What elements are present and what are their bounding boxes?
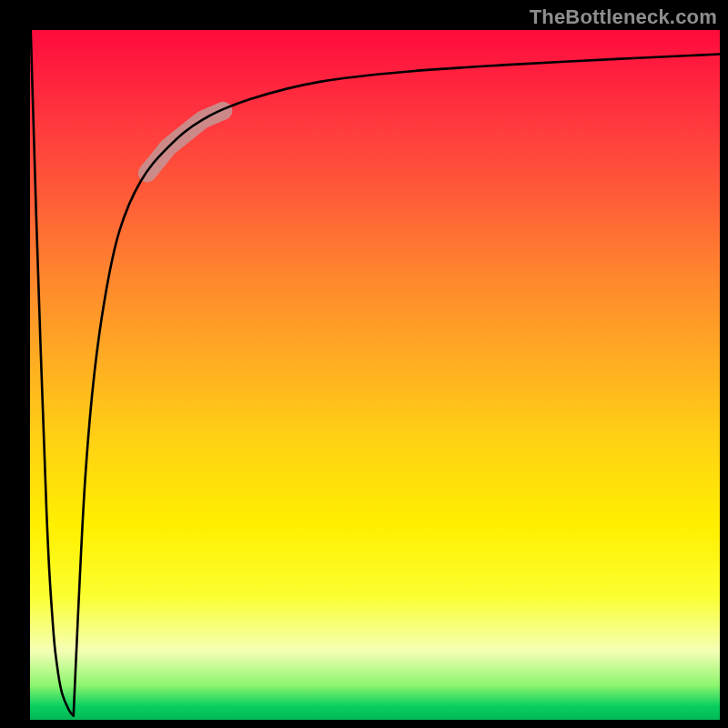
chart-stage: TheBottleneck.com bbox=[0, 0, 728, 728]
highlight-band bbox=[147, 111, 223, 173]
curve-layer bbox=[30, 30, 720, 720]
curve-left-spike bbox=[31, 30, 74, 715]
watermark-text: TheBottleneck.com bbox=[530, 5, 717, 29]
plot-area bbox=[30, 30, 720, 720]
